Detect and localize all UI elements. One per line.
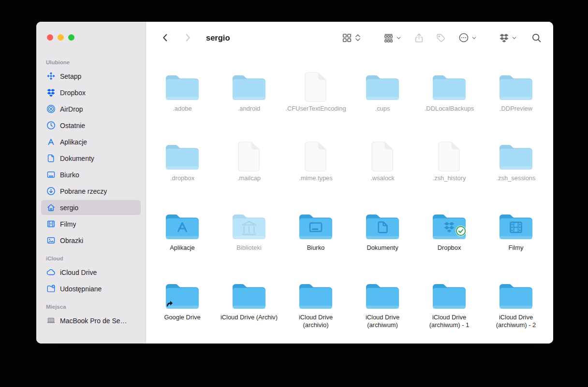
folder-item-dokumenty[interactable]: Dokumenty — [349, 210, 416, 279]
share-button[interactable] — [414, 33, 424, 43]
folder-item-dropbox[interactable]: Dropbox — [416, 210, 483, 279]
sidebar-sections: UlubioneSetappDropboxAirDropOstatnieApli… — [36, 22, 146, 328]
sidebar-item-label: Ostatnie — [60, 122, 85, 129]
file-item-mailcap[interactable]: .mailcap — [216, 140, 282, 210]
folder-icon — [431, 210, 468, 242]
item-label: Dokumenty — [367, 244, 398, 252]
item-label: .zsh_history — [433, 174, 466, 182]
zoom-window-button[interactable] — [68, 34, 74, 41]
folder-item-icloud-drive-archiv[interactable]: iCloud Drive (Archiv) — [216, 279, 282, 344]
item-label: iCloud Drive (archiwum) — [352, 314, 413, 329]
more-actions-button[interactable] — [458, 32, 469, 43]
sidebar-item-icloud-drive[interactable]: iCloud Drive — [41, 265, 141, 280]
chevron-right-icon — [183, 33, 192, 43]
photo-icon — [46, 235, 56, 245]
sidebar-item-label: Dokumenty — [60, 155, 94, 162]
file-item-mime-types[interactable]: .mime.types — [282, 140, 349, 210]
file-icon — [297, 140, 334, 172]
file-item-cfusertextencoding[interactable]: .CFUserTextEncoding — [282, 71, 349, 140]
group-chevron-button[interactable] — [396, 35, 401, 41]
folder-icon — [498, 140, 534, 172]
sidebar-item-pobrane-rzeczy[interactable]: Pobrane rzeczy — [41, 184, 141, 199]
dropbox-icon — [46, 87, 56, 98]
folder-icon — [498, 279, 534, 311]
dropbox-icon — [499, 33, 509, 43]
folder-icon — [498, 210, 534, 242]
home-icon — [46, 202, 56, 213]
icon-view-icon — [342, 33, 352, 43]
sidebar-item-dropbox[interactable]: Dropbox — [41, 85, 141, 100]
folder-icon — [164, 71, 201, 102]
folder-item-biurko[interactable]: Biurko — [282, 210, 349, 279]
sidebar-item-filmy[interactable]: Filmy — [41, 216, 141, 231]
folder-icon — [231, 71, 267, 102]
folder-icon — [164, 279, 201, 311]
folder-item-adobe[interactable]: .adobe — [149, 71, 216, 140]
sidebar-item-ostatnie[interactable]: Ostatnie — [41, 118, 141, 133]
sidebar-item-dokumenty[interactable]: Dokumenty — [41, 151, 141, 166]
item-label: .DDLocalBackups — [425, 105, 474, 113]
item-label: Biblioteki — [236, 244, 262, 252]
file-icon — [231, 140, 267, 172]
icon-view-button[interactable] — [342, 33, 352, 43]
folder-icon — [164, 210, 201, 242]
folder-item-icloud-drive-archiwum[interactable]: iCloud Drive (archiwum) — [349, 279, 416, 344]
folder-icon — [364, 279, 401, 311]
item-label: .wsalock — [370, 174, 394, 182]
sidebar-item-obrazki[interactable]: Obrazki — [41, 233, 141, 248]
folder-item-zsh-sessions[interactable]: .zsh_sessions — [483, 140, 549, 210]
sidebar-section-header-miejsca: Miejsca — [41, 304, 141, 310]
folder-icon — [498, 71, 534, 102]
folder-icon — [231, 210, 267, 242]
folder-item-icloud-drive-archivio[interactable]: iCloud Drive (archivio) — [282, 279, 349, 344]
file-item-zsh-history[interactable]: .zsh_history — [416, 140, 483, 210]
dropbox-toolbar-button[interactable] — [499, 33, 509, 43]
group-by-button[interactable] — [383, 33, 394, 43]
folder-item-ddlocalbackups[interactable]: .DDLocalBackups — [416, 71, 483, 140]
sidebar-item-airdrop[interactable]: AirDrop — [41, 101, 141, 116]
folder-item-aplikacje[interactable]: Aplikacje — [149, 210, 216, 279]
item-label: .zsh_sessions — [497, 174, 536, 182]
folder-item-icloud-drive-archiwum-2[interactable]: iCloud Drive (archiwum) - 2 — [483, 279, 549, 344]
document-icon — [46, 153, 56, 163]
window-controls — [47, 34, 74, 41]
sidebar-item-label: Setapp — [60, 72, 81, 80]
shared-folder-icon — [46, 284, 56, 294]
sidebar-item-macbook-pro-de-se[interactable]: MacBook Pro de Se… — [41, 313, 141, 328]
tag-button[interactable] — [436, 33, 446, 43]
folder-item-icloud-drive-archiwum-1[interactable]: iCloud Drive (archiwum) - 1 — [416, 279, 483, 344]
chevron-left-icon — [161, 33, 170, 43]
sidebar-item-setapp[interactable]: Setapp — [41, 69, 141, 84]
back-button[interactable] — [161, 33, 170, 43]
sidebar-item-udostepniane[interactable]: Udostępniane — [41, 281, 141, 296]
search-button[interactable] — [531, 33, 542, 43]
appstore-icon — [46, 137, 56, 147]
folder-item-dropbox[interactable]: .dropbox — [149, 140, 216, 210]
more-chevron-button[interactable] — [471, 35, 477, 41]
file-item-wsalock[interactable]: .wsalock — [349, 140, 416, 210]
file-icon — [431, 140, 468, 172]
sidebar-item-biurko[interactable]: Biurko — [41, 167, 141, 182]
folder-item-android[interactable]: .android — [216, 71, 282, 140]
folder-item-google-drive[interactable]: Google Drive — [149, 279, 216, 344]
minimize-window-button[interactable] — [58, 34, 64, 41]
close-window-button[interactable] — [47, 34, 53, 41]
folder-item-cups[interactable]: .cups — [349, 71, 416, 140]
sidebar-item-aplikacje[interactable]: Aplikacje — [41, 134, 141, 149]
item-label: .DDPreview — [500, 105, 532, 113]
sidebar-item-sergio[interactable]: sergio — [41, 200, 141, 215]
view-sort-chevrons-button[interactable] — [354, 33, 361, 42]
folder-item-ddpreview[interactable]: .DDPreview — [483, 71, 549, 140]
clock-icon — [46, 120, 56, 130]
folder-item-biblioteki[interactable]: Biblioteki — [216, 210, 282, 279]
laptop-icon — [46, 315, 56, 326]
window-title: sergio — [206, 33, 230, 43]
sidebar-item-label: Obrazki — [60, 237, 83, 244]
dropbox-chevron-button[interactable] — [512, 35, 517, 41]
more-circle-icon — [458, 32, 469, 43]
sidebar-item-label: Aplikacje — [60, 138, 87, 146]
folder-item-filmy[interactable]: Filmy — [483, 210, 549, 279]
download-icon — [46, 186, 56, 196]
forward-button[interactable] — [183, 33, 192, 43]
sort-chevrons-icon — [354, 33, 361, 42]
